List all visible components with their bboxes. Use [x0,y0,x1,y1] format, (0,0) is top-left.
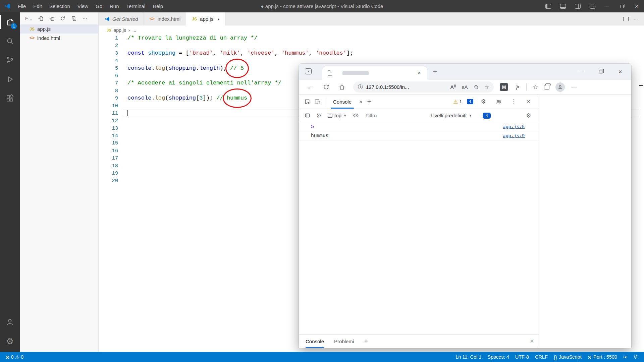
line-number[interactable]: 14 [99,132,118,139]
console-source-link[interactable]: app.js:9 [503,133,525,138]
scrollbar-marker[interactable] [639,85,643,86]
line-number[interactable]: 19 [99,170,118,177]
issues-counter[interactable]: 4 [467,99,473,104]
browser-tab[interactable]: × [322,66,427,80]
run-debug-icon[interactable] [0,70,20,89]
line-number[interactable]: 18 [99,162,118,170]
toggle-panel-icon[interactable] [555,0,570,12]
site-info-icon[interactable]: ⓘ [358,84,363,90]
split-editor-icon[interactable] [623,17,629,21]
customize-layout-icon[interactable] [585,0,600,12]
new-file-icon[interactable] [37,15,44,22]
m-extension-icon[interactable]: M [500,83,508,91]
console-sidebar-icon[interactable] [302,111,312,121]
toggle-primary-sidebar-icon[interactable] [541,0,555,12]
collapse-all-icon[interactable] [70,15,77,22]
menu-terminal[interactable]: Terminal [123,0,149,12]
tab-close-icon[interactable]: × [416,69,423,77]
drawer-tab-problemi[interactable]: Problemi [334,335,354,348]
code-line-2[interactable]: 2 [99,42,644,49]
browser-maximize-button[interactable] [591,64,610,80]
toggle-secondary-sidebar-icon[interactable] [570,0,585,12]
menu-file[interactable]: File [14,0,30,12]
status-port-5500[interactable]: ⊘Port : 5500 [584,354,620,360]
warning-counter[interactable]: ⚠ 1 [453,99,462,105]
breadcrumb-more[interactable]: ... [132,27,137,33]
breadcrumb-file[interactable]: app.js [113,27,126,33]
console-source-link[interactable]: app.js:5 [503,124,525,129]
line-number[interactable]: 7 [99,79,118,87]
line-number[interactable]: 5 [99,65,118,72]
home-icon[interactable] [335,81,348,93]
people-icon[interactable] [493,97,503,107]
menu-view[interactable]: View [74,0,92,12]
add-tab-icon[interactable]: + [365,98,373,106]
zoom-icon[interactable] [474,84,479,90]
line-number[interactable]: 12 [99,117,118,124]
context-selector[interactable]: top ▼ [325,113,350,118]
drawer-tab-console[interactable]: Console [306,335,324,348]
line-number[interactable]: 16 [99,147,118,155]
menu-go[interactable]: Go [92,0,106,12]
more-actions-icon[interactable]: ⋯ [82,15,88,22]
account-icon[interactable] [0,312,20,331]
devtools-settings-icon[interactable]: ⚙ [478,97,488,107]
devtools-close-icon[interactable]: × [524,97,534,107]
explorer-icon[interactable]: 1 [0,12,20,32]
browser-minimize-button[interactable] [572,64,591,80]
line-number[interactable]: 1 [99,35,118,42]
file-item-index.html[interactable]: <>index.html [20,34,98,43]
drawer-add-icon[interactable]: + [364,338,368,345]
line-number[interactable]: 20 [99,177,118,184]
line-number[interactable]: 17 [99,155,118,162]
status-utf-8[interactable]: UTF-8 [512,354,532,360]
code-line-1[interactable]: 1/* Trovare la lunghezza di un array */ [99,35,644,42]
status-ln-11-col-1[interactable]: Ln 11, Col 1 [452,354,484,360]
file-item-app.js[interactable]: JSapp.js [20,24,98,34]
devtools-tab-console[interactable]: Console [328,95,357,109]
tab-app.js[interactable]: JSapp.js● [186,12,225,25]
refresh-icon[interactable] [59,15,66,22]
menu-help[interactable]: Help [149,0,167,12]
extension-icon[interactable] [514,84,520,90]
extensions-icon[interactable] [0,89,20,108]
tab-index.html[interactable]: <>index.html [144,12,186,25]
console-settings-icon[interactable]: ⚙ [524,111,534,121]
read-aloud-icon[interactable]: A)) [450,84,456,90]
console-empty-area[interactable] [299,140,539,335]
back-icon[interactable]: ← [304,81,317,93]
more-tabs-icon[interactable]: » [357,98,365,105]
address-field[interactable]: ⓘ 127.0.0.1:5500/in... A)) aA ☆ [353,81,494,93]
favorite-star-icon[interactable]: ☆ [485,84,489,90]
minimize-button[interactable] [600,0,614,12]
line-number[interactable]: 8 [99,87,118,95]
line-number[interactable]: 9 [99,95,118,102]
live-expression-eye-icon[interactable] [351,111,361,121]
source-control-icon[interactable] [0,51,20,70]
log-levels-dropdown[interactable]: Livelli predefiniti ▼ [431,113,472,118]
menu-run[interactable]: Run [106,0,123,12]
notifications-bell-icon[interactable] [631,354,641,360]
line-number[interactable]: 13 [99,125,118,132]
reload-icon[interactable] [319,81,333,93]
devtools-menu-icon[interactable]: ⋮ [508,97,519,107]
collections-icon[interactable] [544,85,549,89]
inspect-element-icon[interactable] [302,97,312,107]
settings-gear-icon[interactable]: ⚙ [0,331,20,351]
problems-indicator[interactable]: ⊗ 0 ⚠ 0 [3,354,25,360]
console-filter-input[interactable] [366,113,417,118]
restore-button[interactable] [614,0,629,12]
close-button[interactable]: × [629,0,644,12]
code-line-3[interactable]: 3const shopping = ['bread', 'milk', 'che… [99,50,644,57]
line-number[interactable]: 10 [99,102,118,110]
new-folder-icon[interactable] [48,15,55,22]
breadcrumb[interactable]: JS app.js › ... [99,25,644,35]
profile-avatar[interactable] [555,82,565,92]
line-number[interactable]: 3 [99,50,118,57]
status-crlf[interactable]: CRLF [532,354,551,360]
new-tab-icon[interactable]: + [430,67,440,76]
tab-get-started[interactable]: Get Started [99,12,144,25]
drawer-close-icon[interactable]: × [530,338,534,345]
search-icon[interactable] [0,32,20,51]
device-toolbar-icon[interactable] [312,97,322,107]
